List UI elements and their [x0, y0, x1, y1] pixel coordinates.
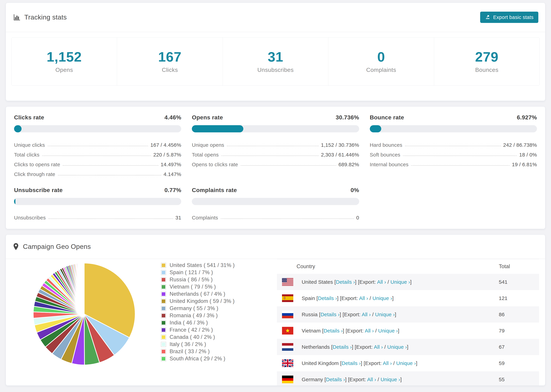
rate-row-label: Total clicks — [14, 152, 40, 158]
rate-row-label: Unique clicks — [14, 142, 45, 148]
geo-row-vietnam: Vietnam [Details ›] [Export: All › / Uni… — [277, 322, 539, 339]
stats-summary: 1,152Opens167Clicks31Unsubscribes0Compla… — [11, 37, 540, 86]
geo-row-united-kingdom: United Kingdom [Details ›] [Export: All … — [277, 355, 539, 371]
rate-block-opens-rate: Opens rate30.736%Unique opens1,152 / 30.… — [192, 114, 359, 177]
export-unique-link[interactable]: Unique › — [387, 344, 407, 350]
dotted-leader — [63, 165, 158, 166]
export-all-link[interactable]: All › — [362, 312, 371, 317]
details-link[interactable]: Details › — [324, 328, 343, 334]
export-unique-link[interactable]: Unique › — [381, 377, 400, 382]
country-total: 79 — [499, 328, 539, 334]
export-icon — [485, 14, 490, 21]
rate-row-opens-to-clicks-rate: Opens to clicks rate689.82% — [192, 158, 359, 168]
legend-label: United Kingdom ( 59 / 3% ) — [170, 298, 235, 304]
rate-title: Unsubscribe rate — [14, 187, 63, 193]
rate-block-bounce-rate: Bounce rate6.927%Hard bounces242 / 86.73… — [370, 114, 537, 177]
geo-row-germany: Germany [Details ›] [Export: All › / Uni… — [277, 371, 539, 386]
legend-label: South Africa ( 29 / 2% ) — [170, 356, 225, 362]
legend-swatch — [161, 284, 166, 290]
rates-grid: Clicks rate4.46%Unique clicks167 / 4.456… — [14, 114, 537, 221]
flag-ru-icon — [282, 311, 293, 318]
dotted-leader — [48, 146, 148, 146]
export-all-link[interactable]: All › — [365, 328, 374, 334]
details-link[interactable]: Details › — [342, 360, 361, 366]
rate-title: Bounce rate — [370, 114, 404, 121]
legend-item-canada: Canada ( 40 / 2% ) — [161, 334, 257, 341]
rate-row-label: Unsubscribes — [14, 215, 46, 221]
rate-row-label: Total opens — [192, 152, 219, 158]
export-button-label: Export basic stats — [493, 14, 534, 20]
country-name: Spain — [302, 295, 315, 301]
legend-label: Russia ( 86 / 5% ) — [170, 277, 213, 283]
export-unique-link[interactable]: Unique › — [396, 360, 416, 366]
stat-label: Bounces — [434, 67, 540, 73]
rates-card: Clicks rate4.46%Unique clicks167 / 4.456… — [6, 106, 545, 229]
rate-progress-bar — [14, 198, 181, 205]
legend-item-brazil: Brazil ( 33 / 2% ) — [161, 348, 257, 355]
export-all-link[interactable]: All › — [374, 344, 383, 350]
stat-opens: 1,152Opens — [11, 37, 117, 85]
rate-row-label: Unique opens — [192, 142, 224, 148]
rate-block-unsubscribe-rate: Unsubscribe rate0.77%Unsubscribes31 — [14, 187, 181, 221]
export-all-link[interactable]: All › — [367, 377, 376, 382]
rate-row-value: 19 / 6.81% — [512, 162, 537, 168]
details-link[interactable]: Details › — [320, 312, 340, 317]
country-name: United Kingdom — [302, 360, 339, 366]
export-all-link[interactable]: All › — [383, 360, 392, 366]
rate-row-value: 689.82% — [339, 162, 359, 168]
legend-swatch — [161, 327, 166, 333]
rate-row-unique-opens: Unique opens1,152 / 30.736% — [192, 138, 359, 148]
country-column-header: Country — [277, 263, 499, 270]
legend-label: Brazil ( 33 / 2% ) — [170, 348, 210, 355]
geo-row-spain: Spain [Details ›] [Export: All › / Uniqu… — [277, 290, 539, 306]
country-cell: Vietnam [Details ›] [Export: All › / Uni… — [302, 328, 399, 334]
legend-swatch — [161, 342, 166, 347]
legend-label: Spain ( 121 / 7% ) — [170, 269, 213, 275]
tracking-stats-header: Tracking stats Export basic stats — [6, 3, 545, 32]
bar-chart-icon — [13, 14, 20, 21]
country-total: 59 — [499, 360, 539, 366]
stat-value: 0 — [328, 50, 434, 64]
country-total: 541 — [499, 279, 539, 285]
stat-label: Unsubscribes — [223, 67, 328, 73]
country-total: 55 — [499, 377, 539, 382]
rate-row-label: Complaints — [192, 215, 218, 221]
details-link[interactable]: Details › — [326, 377, 345, 382]
rate-row-value: 220 / 5.87% — [153, 152, 181, 158]
country-name: Vietnam — [302, 328, 321, 334]
stat-value: 31 — [223, 50, 328, 64]
export-unique-link[interactable]: Unique › — [390, 279, 410, 285]
country-total: 67 — [499, 344, 539, 350]
campaign-geo-title: Campaign Geo Opens — [13, 243, 91, 250]
details-link[interactable]: Details › — [333, 344, 352, 350]
legend-item-netherlands: Netherlands ( 67 / 4% ) — [161, 290, 257, 298]
rate-row-value: 167 / 4.456% — [150, 142, 181, 148]
rate-row-value: 4.147% — [164, 171, 181, 177]
rate-row-label: Opens to clicks rate — [192, 162, 238, 168]
legend-item-russia: Russia ( 86 / 5% ) — [161, 276, 257, 283]
export-basic-stats-button[interactable]: Export basic stats — [480, 12, 538, 23]
details-link[interactable]: Details › — [336, 279, 355, 285]
stat-bounces: 279Bounces — [434, 37, 540, 85]
export-all-link[interactable]: All › — [377, 279, 386, 285]
country-cell: Russia [Details ›] [Export: All › / Uniq… — [302, 312, 396, 317]
stat-clicks: 167Clicks — [117, 37, 223, 85]
geo-row-russia: Russia [Details ›] [Export: All › / Uniq… — [277, 306, 539, 322]
export-unique-link[interactable]: Unique › — [373, 295, 392, 301]
export-unique-link[interactable]: Unique › — [375, 312, 395, 317]
tracking-stats-title-text: Tracking stats — [24, 14, 67, 21]
export-all-link[interactable]: All › — [359, 295, 368, 301]
details-link[interactable]: Details › — [318, 295, 337, 301]
rate-row-value: 1,152 / 30.736% — [321, 142, 359, 148]
geo-row-united-states: United States [Details ›] [Export: All ›… — [277, 274, 539, 290]
total-column-header: Total — [499, 263, 539, 270]
legend-label: Vietnam ( 79 / 5% ) — [170, 284, 216, 290]
legend-swatch — [161, 335, 166, 340]
dotted-leader — [227, 146, 319, 146]
rate-row-total-opens: Total opens2,303 / 61.446% — [192, 148, 359, 158]
flag-us-icon — [282, 278, 293, 286]
export-unique-link[interactable]: Unique › — [378, 328, 398, 334]
flag-vn-icon — [282, 327, 293, 335]
legend-swatch — [161, 320, 166, 325]
stat-value: 279 — [434, 50, 540, 64]
